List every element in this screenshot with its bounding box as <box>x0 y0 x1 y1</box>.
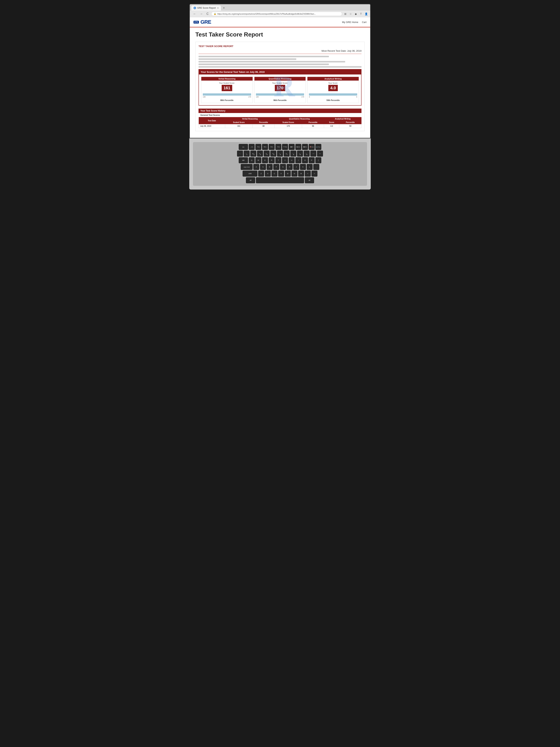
key-5[interactable]: %5 <box>270 151 276 157</box>
bookmark-icon[interactable]: ☆ <box>349 12 352 16</box>
key-shift[interactable]: shift <box>243 171 258 177</box>
key-f10[interactable]: 🔇F10 <box>309 144 315 150</box>
score-history-subheader: General Test Scores <box>198 113 362 117</box>
key-3[interactable]: #3 <box>257 151 263 157</box>
key-space[interactable] <box>256 177 304 183</box>
new-tab-button[interactable]: + <box>222 6 226 10</box>
gre-nav: My GRE Home Cart <box>342 21 367 24</box>
key-f11[interactable]: 🔉F11 <box>315 144 321 150</box>
page-content: Test Taker Score Report R TEST TAKER SCO… <box>190 27 370 138</box>
col-quant-percentile: Percentile <box>302 121 324 124</box>
key-f5[interactable]: ☀F5 <box>275 144 281 150</box>
cart-link[interactable]: Cart <box>362 21 367 24</box>
key-r[interactable]: R <box>269 157 275 163</box>
key-y[interactable]: Y <box>282 157 288 163</box>
key-i[interactable]: I <box>295 157 301 163</box>
key-m[interactable]: M <box>298 171 304 177</box>
key-1[interactable]: !1 <box>244 151 250 157</box>
key-7[interactable]: &7 <box>284 151 290 157</box>
key-6[interactable]: ^6 <box>277 151 283 157</box>
col-analytical-group: Analytical Writing <box>324 117 362 121</box>
key-semicolon[interactable]: : <box>313 164 319 170</box>
key-l[interactable]: L <box>307 164 313 170</box>
key-t[interactable]: T <box>275 157 281 163</box>
profile-icon[interactable]: 👤 <box>364 12 368 16</box>
gre-logo-text: GRE <box>201 19 211 25</box>
key-2[interactable]: @2 <box>250 151 256 157</box>
tab-label: GRE Score Report <box>197 7 216 9</box>
key-8[interactable]: *8 <box>290 151 296 157</box>
dropbox-icon[interactable]: ◆ <box>354 12 357 16</box>
key-u[interactable]: U <box>289 157 295 163</box>
quant-range-high: 170 <box>301 96 304 98</box>
scores-grid: Verbal Reasoning Your Scaled Score: 161 <box>199 75 361 105</box>
analytical-scale-labels: 0 6 <box>309 96 357 98</box>
score-report-card: R TEST TAKER SCORE REPORT Most Recent Te… <box>195 42 365 131</box>
key-h[interactable]: H <box>287 164 293 170</box>
key-s[interactable]: S <box>260 164 266 170</box>
active-tab[interactable]: ⊕ GRE Score Report × <box>191 5 221 10</box>
my-gre-home-link[interactable]: My GRE Home <box>342 21 358 24</box>
key-c[interactable]: C <box>271 171 277 177</box>
key-alt-right[interactable]: alt <box>305 177 314 183</box>
text-icon[interactable]: T <box>359 12 363 16</box>
key-tab[interactable]: tab <box>239 157 248 163</box>
analytical-percentile: 59th Percentile <box>309 99 357 101</box>
key-4[interactable]: $4 <box>264 151 270 157</box>
key-equals[interactable]: = <box>317 151 323 157</box>
key-e[interactable]: E <box>262 157 268 163</box>
key-f9[interactable]: ▶▶F9 <box>302 144 308 150</box>
key-comma[interactable]: < <box>305 171 311 177</box>
key-period[interactable]: > <box>312 171 317 177</box>
verbal-percentile: 88th Percentile <box>203 99 251 101</box>
verbal-score-container: 161 <box>203 84 251 92</box>
tab-close-button[interactable]: × <box>217 6 219 9</box>
key-f7[interactable]: ◀◀F7 <box>289 144 295 150</box>
refresh-button[interactable]: C <box>205 12 210 16</box>
key-j[interactable]: J <box>293 164 299 170</box>
key-f2[interactable]: ☀F2 <box>256 144 261 150</box>
address-bar[interactable]: 🔒 https://ereg.ets.org/ereg/scorereports… <box>211 12 342 16</box>
key-w[interactable]: W <box>256 157 261 163</box>
key-f6[interactable]: ☀☀F6 <box>282 144 288 150</box>
key-alt-left[interactable]: alt <box>246 177 255 183</box>
key-f4[interactable]: ⊟F4 <box>269 144 275 150</box>
verbal-scaled-label: Your Scaled Score: <box>203 82 251 84</box>
key-f3[interactable]: ⊞F3 <box>262 144 268 150</box>
key-f[interactable]: F <box>273 164 279 170</box>
keyboard-row-numbers: ~` !1 @2 #3 $4 %5 ^6 &7 *8 (9 )0 — = <box>195 151 365 157</box>
keyboard-row-asdf: caps lock A S D F G H J K L : <box>195 164 365 170</box>
key-n[interactable]: N <box>292 171 297 177</box>
key-f8[interactable]: ▶‖F8 <box>295 144 301 150</box>
quant-scale-labels: 130 170 <box>256 96 304 98</box>
analytical-range-low: 0 <box>309 96 310 98</box>
key-a[interactable]: A <box>254 164 259 170</box>
key-v[interactable]: V <box>278 171 284 177</box>
key-9[interactable]: (9 <box>297 151 303 157</box>
key-q[interactable]: Q <box>249 157 255 163</box>
key-o[interactable]: O <box>302 157 308 163</box>
key-b[interactable]: B <box>285 171 291 177</box>
key-caps-lock[interactable]: caps lock <box>241 164 252 170</box>
key-0[interactable]: )0 <box>304 151 310 157</box>
key-x[interactable]: X <box>265 171 271 177</box>
key-d[interactable]: D <box>267 164 273 170</box>
key-f1[interactable]: ☼F1 <box>249 144 255 150</box>
score-report-section-header: TEST TAKER SCORE REPORT <box>198 45 362 48</box>
key-backtick[interactable]: ~` <box>237 151 243 157</box>
key-k[interactable]: K <box>300 164 306 170</box>
col-quant-group: Quantitative Reasoning <box>275 117 324 121</box>
key-g[interactable]: G <box>280 164 286 170</box>
key-esc[interactable]: esc <box>239 144 248 150</box>
key-open-bracket[interactable]: { <box>315 157 321 163</box>
quant-header: Quantitative Reasoning <box>255 77 306 81</box>
col-quant-scaled: Scaled Score <box>275 121 302 124</box>
key-z[interactable]: Z <box>258 171 264 177</box>
key-p[interactable]: P <box>309 157 315 163</box>
key-minus[interactable]: — <box>310 151 316 157</box>
extensions-icon[interactable]: ⊞ <box>344 12 347 16</box>
back-button[interactable]: ← <box>192 12 197 16</box>
forward-button[interactable]: → <box>199 12 204 16</box>
redacted-line-2 <box>198 58 296 60</box>
verbal-score: 161 <box>222 85 232 91</box>
